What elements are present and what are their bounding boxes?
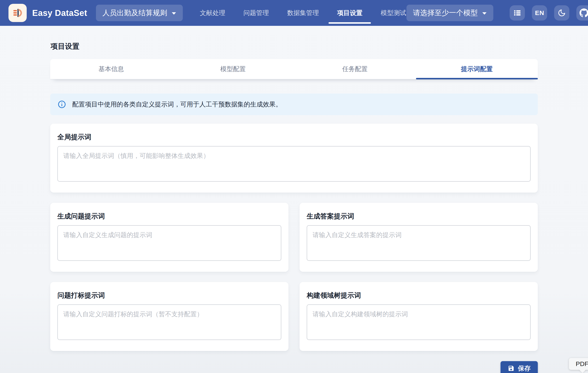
tab-model-config[interactable]: 模型配置 xyxy=(172,59,294,79)
question-tagging-prompt-input[interactable] xyxy=(57,304,281,340)
info-alert: 配置项目中使用的各类自定义提示词，可用于人工干预数据集的生成效果。 xyxy=(50,93,538,115)
domain-tree-prompt-input[interactable] xyxy=(307,304,531,340)
save-icon xyxy=(508,365,514,372)
nav-item-datasets[interactable]: 数据集管理 xyxy=(287,0,319,26)
info-icon xyxy=(57,100,66,109)
nav-item-questions[interactable]: 问题管理 xyxy=(243,0,269,26)
main-content: 项目设置 基本信息 模型配置 任务配置 提示词配置 配置项目中使用的各类自定义提… xyxy=(50,26,538,373)
top-navbar: Easy DataSet 人员出勤及结算规则 文献处理 问题管理 数据集管理 项… xyxy=(0,0,588,26)
question-tagging-prompt-card: 问题打标提示词 xyxy=(50,282,288,351)
pdf-reader-tooltip: PDF Read xyxy=(569,358,588,370)
save-row: 保存 xyxy=(50,361,538,373)
tab-prompt-config[interactable]: 提示词配置 xyxy=(416,59,538,79)
page-title: 项目设置 xyxy=(51,41,538,51)
domain-tree-prompt-title: 构建领域树提示词 xyxy=(307,291,531,300)
global-prompt-title: 全局提示词 xyxy=(57,133,531,142)
active-tab-indicator xyxy=(416,78,538,79)
answer-prompt-card: 生成答案提示词 xyxy=(300,203,538,272)
question-tagging-prompt-title: 问题打标提示词 xyxy=(57,291,281,300)
main-nav: 文献处理 问题管理 数据集管理 项目设置 模型测试 xyxy=(199,0,407,26)
answer-prompt-input[interactable] xyxy=(307,225,531,261)
easy-dataset-logo-icon xyxy=(11,7,24,19)
question-prompt-card: 生成问题提示词 xyxy=(50,203,288,272)
nav-item-literature[interactable]: 文献处理 xyxy=(199,0,226,26)
chevron-down-icon xyxy=(171,12,177,15)
nav-item-project-settings[interactable]: 项目设置 xyxy=(336,0,363,26)
dark-mode-button[interactable] xyxy=(554,5,569,21)
github-button[interactable] xyxy=(576,5,588,21)
language-label: EN xyxy=(535,9,544,17)
save-button[interactable]: 保存 xyxy=(501,361,538,373)
settings-tabs: 基本信息 模型配置 任务配置 提示词配置 xyxy=(50,59,538,79)
nav-item-model-test[interactable]: 模型测试 xyxy=(380,0,407,26)
chevron-down-icon xyxy=(482,12,487,15)
prompt-row-2: 问题打标提示词 构建领域树提示词 xyxy=(50,282,538,351)
app-logo[interactable] xyxy=(9,4,27,22)
app-window: Easy DataSet 人员出勤及结算规则 文献处理 问题管理 数据集管理 项… xyxy=(0,0,588,373)
tab-basic-info[interactable]: 基本信息 xyxy=(50,59,172,79)
question-prompt-title: 生成问题提示词 xyxy=(57,212,281,221)
global-prompt-input[interactable] xyxy=(57,146,531,182)
save-button-label: 保存 xyxy=(518,364,531,373)
info-alert-text: 配置项目中使用的各类自定义提示词，可用于人工干预数据集的生成效果。 xyxy=(72,100,282,109)
moon-icon xyxy=(558,9,566,17)
task-list-button[interactable] xyxy=(510,5,525,21)
task-list-icon xyxy=(513,9,522,17)
model-selector-dropdown[interactable]: 请选择至少一个模型 xyxy=(407,5,493,21)
question-prompt-input[interactable] xyxy=(57,225,281,261)
answer-prompt-title: 生成答案提示词 xyxy=(307,212,531,221)
global-prompt-card: 全局提示词 xyxy=(50,124,538,193)
prompt-row-1: 生成问题提示词 生成答案提示词 xyxy=(50,203,538,272)
model-selector-label: 请选择至少一个模型 xyxy=(413,8,478,18)
language-toggle-button[interactable]: EN xyxy=(532,5,547,21)
navbar-actions: 请选择至少一个模型 EN xyxy=(407,5,588,21)
tab-task-config[interactable]: 任务配置 xyxy=(294,59,416,79)
project-selector-dropdown[interactable]: 人员出勤及结算规则 xyxy=(96,5,183,21)
project-selector-label: 人员出勤及结算规则 xyxy=(102,8,167,18)
github-icon xyxy=(579,9,588,17)
app-title: Easy DataSet xyxy=(32,8,87,18)
domain-tree-prompt-card: 构建领域树提示词 xyxy=(300,282,538,351)
